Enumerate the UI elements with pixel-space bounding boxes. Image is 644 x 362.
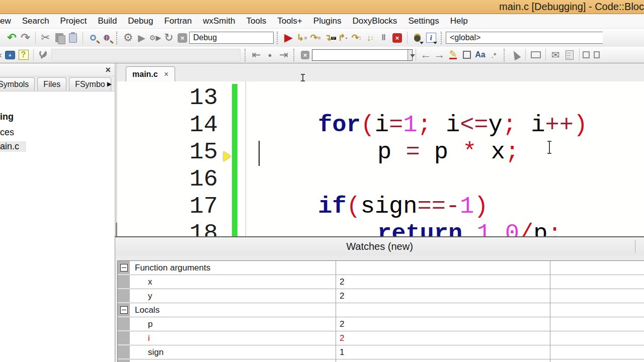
- toolbar-grip: [441, 32, 443, 44]
- management-header: ×: [0, 63, 115, 76]
- watch-row-sign[interactable]: sign 1: [118, 345, 644, 359]
- toolbar-separator: [416, 49, 416, 61]
- run-to-cursor-icon[interactable]: ↳≡: [295, 31, 309, 45]
- settings-wrench-icon[interactable]: [37, 48, 50, 62]
- symbol-scope-value: <global>: [450, 33, 480, 42]
- step-into-icon[interactable]: ↴▪: [323, 31, 336, 45]
- tab-scroll-icon[interactable]: ▶: [107, 80, 112, 87]
- rebuild-icon[interactable]: ↻: [162, 31, 176, 45]
- code-line-15: p = p * x;: [247, 139, 519, 166]
- toolbar-grip: [293, 49, 295, 61]
- abort-build-icon[interactable]: ×: [176, 31, 189, 45]
- undo-icon[interactable]: ↶: [5, 31, 19, 45]
- watch-row-y[interactable]: y 2: [118, 289, 644, 303]
- step-into-instruction-icon[interactable]: ↓:: [363, 31, 377, 45]
- row-gutter: [118, 303, 130, 317]
- replace-icon[interactable]: [100, 31, 113, 45]
- mainc-tree-item[interactable]: ain.c: [0, 141, 26, 152]
- watch-value: 2: [336, 275, 550, 289]
- help-icon[interactable]: ?: [17, 48, 30, 62]
- editor-tab-mainc[interactable]: main.c ×: [126, 66, 175, 81]
- collapse-icon[interactable]: [120, 264, 128, 272]
- watch-row-locals[interactable]: Locals: [118, 303, 644, 317]
- jump-back-icon[interactable]: ⇤: [250, 48, 263, 62]
- editor-area: main.c × 13 14 15 16 17 18 for(i=1; i<=y…: [117, 63, 644, 236]
- watch-value: 2: [336, 289, 550, 303]
- watch-row-function-arguments[interactable]: Function arguments: [118, 261, 644, 275]
- incremental-search-input[interactable]: [312, 50, 408, 60]
- note-icon[interactable]: — — —: [562, 48, 576, 62]
- search-dropdown-icon[interactable]: [408, 50, 412, 60]
- envelope-icon[interactable]: ✉: [549, 48, 562, 62]
- sources-tree-item[interactable]: ces: [0, 127, 14, 138]
- build-icon[interactable]: ⚙: [121, 31, 135, 45]
- run-icon[interactable]: ▶: [135, 31, 148, 45]
- project-tree-item[interactable]: ing: [0, 112, 14, 122]
- menu-help[interactable]: Help: [445, 14, 473, 28]
- jump-marker-icon[interactable]: ●: [263, 48, 277, 62]
- debug-info-icon[interactable]: i: [424, 31, 438, 45]
- menu-plugins[interactable]: Plugins: [308, 14, 347, 28]
- menu-build[interactable]: Build: [93, 14, 123, 28]
- close-icon[interactable]: ×: [105, 65, 111, 74]
- code-line-14: for(i=1; i<=y; i++): [247, 112, 588, 139]
- menu-view[interactable]: ew: [0, 14, 17, 28]
- watch-name: sign: [130, 345, 336, 359]
- build-target-select[interactable]: Debug: [189, 32, 274, 44]
- find-icon[interactable]: [86, 31, 100, 45]
- pointer-tool-icon[interactable]: [509, 48, 522, 62]
- watch-row-x[interactable]: x 2: [118, 275, 644, 289]
- debug-pause-icon[interactable]: ‖: [377, 31, 390, 45]
- watch-row-p[interactable]: p 2: [118, 317, 644, 331]
- incremental-search-box[interactable]: [312, 49, 413, 61]
- selected-only-icon[interactable]: [460, 48, 473, 62]
- search-next-icon[interactable]: →: [433, 48, 446, 62]
- next-instruction-icon[interactable]: ↷:: [350, 31, 363, 45]
- menu-bar: ew Search Project Build Debug Fortran wx…: [0, 14, 644, 29]
- watch-name: y: [130, 289, 336, 303]
- menu-wxsmith[interactable]: wxSmith: [197, 14, 240, 28]
- cut-icon[interactable]: ✂: [39, 31, 52, 45]
- match-case-icon[interactable]: Aa: [473, 48, 487, 62]
- redo-icon[interactable]: ↷: [19, 31, 32, 45]
- rectangle-tool-icon[interactable]: [529, 48, 542, 62]
- build-target-value: Debug: [193, 33, 217, 42]
- copy-icon[interactable]: [52, 31, 66, 45]
- build-and-run-icon[interactable]: ⚙▶: [148, 31, 162, 45]
- watches-caption[interactable]: Watches (new): [115, 237, 644, 255]
- menu-doxyblocks[interactable]: DoxyBlocks: [347, 14, 403, 28]
- debug-continue-icon[interactable]: ▶: [282, 31, 295, 45]
- paste-icon[interactable]: [66, 31, 79, 45]
- tab-files[interactable]: Files: [37, 77, 66, 91]
- clear-search-icon[interactable]: ×: [298, 48, 312, 62]
- menu-settings[interactable]: Settings: [403, 14, 444, 28]
- debugging-windows-icon[interactable]: [411, 31, 424, 45]
- menu-tools[interactable]: Tools: [240, 14, 272, 28]
- debug-position-arrow-icon: [223, 151, 231, 161]
- step-out-icon[interactable]: ↱▪: [336, 31, 350, 45]
- code-view[interactable]: 13 14 15 16 17 18 for(i=1; i<=y; i++) p …: [117, 81, 644, 236]
- collapse-icon[interactable]: [120, 306, 128, 314]
- tab-symbols[interactable]: Symbols: [0, 77, 35, 91]
- editor-tabbar: main.c ×: [117, 63, 644, 81]
- search-prev-icon[interactable]: ←: [419, 48, 433, 62]
- menu-search[interactable]: Search: [17, 14, 55, 28]
- close-icon[interactable]: ×: [164, 70, 169, 79]
- menu-fortran[interactable]: Fortran: [158, 14, 197, 28]
- start-here-icon[interactable]: ◕: [3, 48, 17, 62]
- menu-debug[interactable]: Debug: [122, 14, 158, 28]
- stop-debugger-icon[interactable]: ×: [390, 31, 404, 45]
- next-line-icon[interactable]: ↷≡: [309, 31, 323, 45]
- toolbar-separator: [525, 49, 526, 61]
- management-tabs: Symbols Files FSymbo ▶: [0, 76, 115, 92]
- watch-row-i[interactable]: i 2: [118, 331, 644, 345]
- menu-project[interactable]: Project: [55, 14, 93, 28]
- menu-tools-plus[interactable]: Tools+: [272, 14, 308, 28]
- tab-fsymbols[interactable]: FSymbo: [69, 77, 111, 91]
- row-gutter: [118, 359, 130, 362]
- regex-icon[interactable]: .*: [487, 48, 501, 62]
- row-gutter: [118, 345, 130, 359]
- jump-forward-icon[interactable]: ⇥: [277, 48, 290, 62]
- symbol-scope-select[interactable]: <global>: [446, 32, 603, 44]
- highlight-occurrences-icon[interactable]: ✎: [446, 48, 460, 62]
